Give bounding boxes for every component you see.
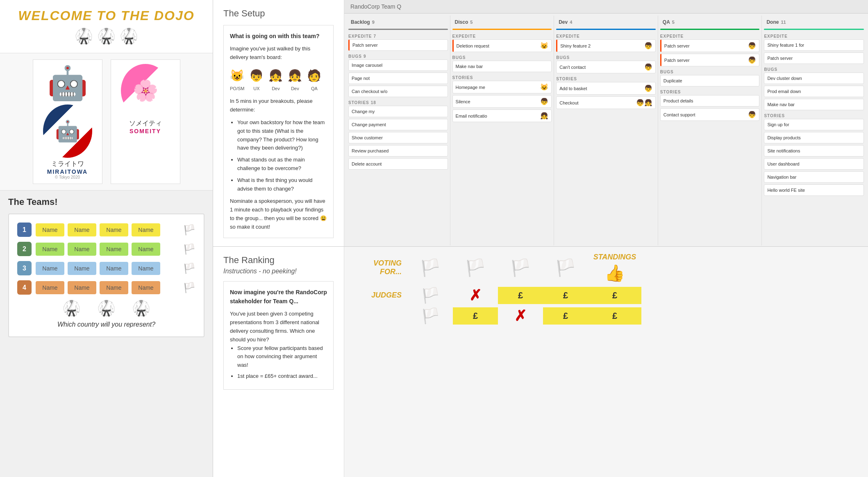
addbasket-avatar: 👦	[644, 84, 652, 92]
team-4-name-1[interactable]: Name	[36, 281, 64, 294]
miraitowa-sub: © Tokyo 2020	[37, 175, 98, 179]
team-3-name-1[interactable]: Name	[36, 262, 64, 275]
card-qa-duplicate[interactable]: Duplicate	[660, 75, 760, 86]
card-backlog-carousel[interactable]: Image carousel	[348, 59, 448, 71]
qa-header: QA 5	[660, 18, 760, 27]
card-done-signup[interactable]: Sign up for	[764, 119, 864, 130]
judo-icon-2: 🥋	[97, 300, 116, 317]
team-2-name-2[interactable]: Name	[68, 243, 96, 256]
card-disco-navbar[interactable]: Make nav bar	[452, 61, 552, 72]
ranking-subtitle: Instructions - no peeking!	[223, 268, 334, 275]
someity-jp: ソメイティ	[115, 119, 176, 128]
team-4-name-3[interactable]: Name	[100, 281, 128, 294]
role-ux-emoji: 👦	[249, 67, 264, 85]
card-qa-patch2[interactable]: Patch server 👦	[660, 54, 760, 66]
card-disco-deletion[interactable]: Deletion request 😺	[452, 39, 552, 52]
card-dev-shiny[interactable]: Shiny feature 2 👦	[556, 39, 656, 52]
card-done-prodemail[interactable]: Prod email down	[764, 86, 864, 97]
card-disco-homepage[interactable]: Homepage me 😺	[452, 81, 552, 93]
backlog-bugs-label: BUGS 9	[348, 52, 448, 59]
ranking-list: Score your fellow participants based on …	[230, 344, 327, 381]
silence-avatar: 👦	[540, 98, 548, 105]
team-3-name-2[interactable]: Name	[68, 262, 96, 275]
card-dev-addbasket[interactable]: Add to basket 👦	[556, 82, 656, 95]
done-line	[764, 29, 864, 30]
team-1-name-1[interactable]: Name	[36, 223, 64, 236]
dojo-title: WELCOME TO THE DOJO	[8, 8, 205, 23]
team-1-name-2[interactable]: Name	[68, 223, 96, 236]
card-done-userdashboard[interactable]: User dashboard	[764, 158, 864, 170]
qa-patch2-avatar: 👦	[748, 56, 756, 64]
card-backlog-review[interactable]: Review purchased	[348, 145, 448, 157]
dojo-header: WELCOME TO THE DOJO 🥋 🥋 🥋	[0, 0, 213, 53]
team-2-name-4[interactable]: Name	[132, 243, 160, 256]
vote-pound-5: £	[543, 307, 588, 325]
card-done-shiny1[interactable]: Shiny feature 1 for	[764, 39, 864, 51]
card-backlog-showcust[interactable]: Show customer	[348, 132, 448, 143]
setup-bullet-3: What is the first thing you would advise…	[237, 176, 327, 193]
card-qa-patch1[interactable]: Patch server 👦	[660, 39, 760, 52]
ranking-bullet-2: 1st place = £65+ contract award...	[237, 372, 327, 381]
card-done-patch[interactable]: Patch server	[764, 52, 864, 64]
team-row-3: 3 Name Name Name Name 🏳️	[17, 261, 195, 275]
role-dev2: 👧 Dev	[288, 67, 302, 92]
ranking-panel: The Ranking Instructions - no peeking! N…	[213, 247, 344, 477]
team-1-name-4[interactable]: Name	[132, 223, 160, 236]
card-disco-email[interactable]: Email notificatio 👧	[452, 109, 552, 122]
judges-row-2: 🏳️ £ ✗ £ £	[350, 307, 862, 325]
standings-label: STANDINGS	[593, 253, 636, 261]
card-dev-checkout[interactable]: Checkout 👦👧	[556, 96, 656, 109]
judo-figure-2: 🥋	[97, 27, 116, 45]
setup-panel: The Setup What is going on with this tea…	[213, 0, 344, 246]
qa-line	[660, 29, 760, 30]
teams-section: The Teams! 1 Name Name Name Name 🏳️ 2	[0, 191, 213, 477]
team-3-name-4[interactable]: Name	[132, 262, 160, 275]
kanban-col-backlog: Backlog 9 EXPEDITE 7 Patch server BUGS 9…	[346, 16, 450, 245]
team-2-flag: 🏳️	[183, 243, 195, 255]
team-2-name-1[interactable]: Name	[36, 243, 64, 256]
team-3-name-3[interactable]: Name	[100, 262, 128, 275]
card-qa-productdetails[interactable]: Product details	[660, 95, 760, 107]
card-dev-cantcontact[interactable]: Can't contact 👦	[556, 61, 656, 73]
kanban-col-disco: Disco 5 EXPEDITE Deletion request 😺 BUGS…	[450, 16, 554, 245]
card-done-devcluster[interactable]: Dev cluster down	[764, 73, 864, 84]
role-dev1-label: Dev	[272, 86, 280, 91]
team-2-name-3[interactable]: Name	[100, 243, 128, 256]
mascot-someity: 🌸 ソメイティ SOMEITY	[111, 59, 180, 184]
disco-stories-label: STORIES	[452, 74, 552, 81]
card-backlog-changemy[interactable]: Change my	[348, 106, 448, 117]
card-backlog-patch[interactable]: Patch server	[348, 39, 448, 51]
kanban-panel: RandoCorp Team Q Backlog 9 EXPEDITE 7 Pa…	[344, 0, 868, 246]
card-done-makenav[interactable]: Make nav bar	[764, 99, 864, 110]
setup-list: Your own backstory for how the team got …	[230, 118, 327, 193]
card-backlog-page[interactable]: Page not	[348, 73, 448, 84]
dev-label: Dev	[559, 19, 568, 25]
card-disco-silence[interactable]: Silence 👦	[452, 95, 552, 108]
card-done-helloworld[interactable]: Hello world FE site	[764, 184, 864, 196]
team-row-1: 1 Name Name Name Name 🏳️	[17, 223, 195, 237]
qa-patch1-avatar: 👦	[748, 42, 756, 50]
role-qa: 🧑 QA	[307, 67, 321, 92]
mascot-images: 🤖 🤖 ミライトワ MIRAITOWA © Tokyo 2020 🌸 ソメイティ…	[0, 53, 213, 191]
qa-stories-label: STORIES	[660, 88, 760, 95]
done-header: Done 11	[764, 18, 864, 27]
mascot-miraitowa: 🤖 🤖 ミライトワ MIRAITOWA © Tokyo 2020	[33, 59, 102, 184]
judo-figure-1: 🥋	[75, 27, 93, 45]
role-posm-emoji: 😺	[230, 67, 244, 85]
role-dev1-emoji: 👧	[268, 67, 283, 85]
team-1-name-3[interactable]: Name	[100, 223, 128, 236]
card-done-navbar[interactable]: Navigation bar	[764, 171, 864, 183]
kanban-col-done: Done 11 EXPEDITE Shiny feature 1 for Pat…	[762, 16, 866, 245]
dev-stories-label: STORIES	[556, 75, 656, 82]
dev-header: Dev 4	[556, 18, 656, 27]
card-done-displayproducts[interactable]: Display products	[764, 132, 864, 143]
done-stories-label: STORIES	[764, 112, 864, 119]
card-done-sitenotifications[interactable]: Site notifications	[764, 145, 864, 157]
team-4-name-4[interactable]: Name	[132, 281, 160, 294]
card-backlog-changepay[interactable]: Change payment	[348, 119, 448, 130]
dev-bugs-label: BUGS	[556, 54, 656, 61]
team-4-name-2[interactable]: Name	[68, 281, 96, 294]
card-qa-contactsupport[interactable]: Contact support 👦	[660, 108, 760, 121]
card-backlog-checkout[interactable]: Can checkout w/o	[348, 86, 448, 97]
card-backlog-delete[interactable]: Delete account	[348, 158, 448, 170]
